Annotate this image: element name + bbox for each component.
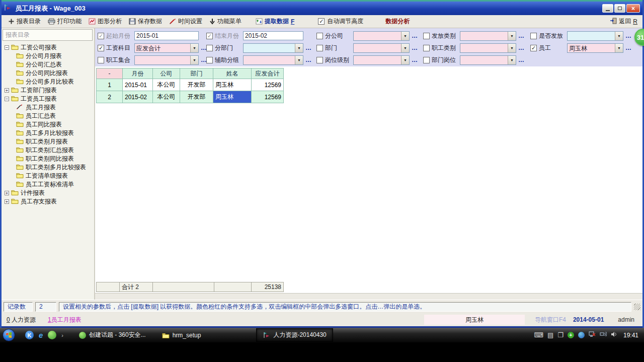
notes-icon[interactable]: ▤ (547, 331, 553, 339)
filter-checkbox[interactable]: ✓ (206, 33, 213, 39)
wireless-signal-icon[interactable] (600, 331, 607, 339)
filter-dropdown[interactable]: ▼ (353, 55, 410, 65)
volume-icon[interactable] (611, 331, 617, 339)
chevron-down-icon[interactable]: ▼ (295, 56, 303, 64)
filter-dropdown[interactable]: ▼ (353, 43, 410, 53)
filter-checkbox[interactable] (206, 57, 213, 63)
more-button[interactable]: … (201, 44, 206, 51)
filter-dropdown[interactable]: ▼ (460, 43, 516, 53)
resize-grip[interactable] (634, 304, 640, 310)
more-button[interactable]: … (305, 44, 312, 51)
filter-checkbox[interactable] (423, 45, 430, 51)
sidebar-item[interactable]: +工资部门报表 (3, 86, 94, 95)
more-button[interactable]: … (305, 56, 312, 63)
filter-dropdown[interactable]: 周玉林▼ (567, 43, 623, 53)
header-cell[interactable]: 部门 (180, 68, 213, 79)
filter-checkbox[interactable] (206, 45, 213, 51)
chevron-down-icon[interactable]: ▼ (508, 56, 516, 64)
sidebar-item[interactable]: 职工类别月报表 (3, 137, 94, 146)
expand-icon[interactable]: + (5, 199, 9, 204)
sidebar-item[interactable]: +计件报表 (3, 189, 94, 197)
header-cell[interactable]: 公司 (153, 68, 180, 79)
filter-checkbox[interactable] (316, 45, 323, 51)
toolbar-button[interactable]: 保存数据 (125, 16, 166, 27)
more-button[interactable]: … (625, 44, 632, 51)
more-button[interactable]: … (412, 44, 418, 51)
nav-window-shortcut[interactable]: 导航窗口F4 (535, 316, 566, 324)
more-button[interactable]: … (201, 56, 206, 63)
close-button[interactable]: × (626, 4, 640, 13)
expand-icon[interactable]: + (5, 191, 9, 195)
sidebar-item[interactable]: 员工同比报表 (3, 120, 94, 129)
table-cell[interactable]: 周玉林 (213, 91, 252, 103)
row-number-cell[interactable]: 1 (97, 79, 123, 91)
table-cell[interactable]: 开发部 (180, 91, 213, 103)
auto-height-checkbox[interactable]: ✓ (318, 18, 325, 25)
collapse-icon[interactable]: − (5, 45, 9, 50)
table-cell[interactable]: 本公司 (153, 91, 180, 103)
taskbar-clock[interactable]: 19:41 (623, 332, 638, 339)
360-safe-icon[interactable] (578, 332, 585, 338)
taskbar-task-button[interactable]: 创建话题 - 360安全... (72, 329, 152, 341)
table-cell[interactable]: 本公司 (153, 79, 180, 91)
toolbar-button[interactable]: 功能菜单 (206, 16, 245, 27)
filter-dropdown[interactable]: ▼ (243, 43, 303, 53)
more-button[interactable]: … (518, 44, 525, 51)
sidebar-item[interactable]: 分公司同比报表 (3, 69, 94, 78)
table-cell[interactable]: 2015-01 (123, 79, 153, 91)
filter-checkbox[interactable]: ✓ (98, 45, 104, 51)
filter-checkbox[interactable] (316, 33, 323, 39)
filter-checkbox[interactable]: ✓ (98, 33, 104, 39)
chevron-down-icon[interactable]: ▼ (190, 44, 198, 52)
more-button[interactable]: … (518, 32, 525, 39)
table-cell[interactable]: 2015-02 (123, 91, 153, 103)
table-cell[interactable]: 周玉林 (213, 79, 252, 91)
sidebar-item[interactable]: 员工多月比较报表 (3, 129, 94, 137)
sidebar-item[interactable]: +员工存支报表 (3, 197, 94, 206)
filter-dropdown[interactable]: ▼ (353, 31, 410, 41)
toolbar-button[interactable]: 时间设置 (166, 16, 206, 27)
filter-checkbox[interactable] (530, 33, 537, 39)
sidebar-item[interactable]: 员工汇总表 (3, 112, 94, 120)
maximize-button[interactable] (614, 4, 625, 13)
sidebar-item[interactable]: 分公司多月比较表 (3, 78, 94, 86)
auto-height-toggle[interactable]: ✓ 自动调节高度 (318, 17, 363, 26)
chevron-down-icon[interactable]: ▼ (401, 32, 409, 40)
filter-dropdown[interactable]: ▼ (567, 31, 623, 41)
table-cell[interactable]: 12569 (252, 79, 284, 91)
network-error-icon[interactable] (589, 331, 596, 339)
quicklaunch-expand-chevron[interactable]: › (61, 332, 63, 338)
more-button[interactable]: … (625, 32, 632, 39)
chevron-down-icon[interactable]: ▼ (401, 56, 409, 64)
chevron-down-icon[interactable]: ▼ (615, 32, 623, 40)
window-restore-icon[interactable]: ❐ (557, 331, 564, 339)
sidebar-item[interactable]: 职工类别多月比较报表 (3, 163, 94, 172)
chevron-down-icon[interactable]: ▼ (401, 44, 409, 52)
sidebar-item[interactable]: 工资清单级报表 (3, 172, 94, 180)
filter-input[interactable]: 2015-01 (134, 31, 199, 40)
table-cell[interactable]: 12569 (252, 91, 284, 103)
sidebar-item[interactable]: 员工工资标准清单 (3, 180, 94, 189)
chevron-down-icon[interactable]: ▼ (295, 44, 303, 52)
chevron-down-icon[interactable]: ▼ (615, 44, 623, 52)
more-button[interactable]: … (518, 56, 525, 63)
title-bar[interactable]: 员工月报表 - Wage_003 × (2, 2, 642, 15)
minimize-button[interactable] (602, 4, 613, 13)
tab-hr-home[interactable]: 0 人力资源 (7, 316, 36, 324)
header-cell[interactable]: - (97, 68, 123, 79)
filter-input[interactable]: 2015-02 (243, 31, 303, 40)
row-number-cell[interactable]: 2 (97, 91, 123, 103)
sidebar-item[interactable]: 员工月报表 (3, 103, 94, 112)
more-button[interactable]: … (412, 56, 418, 63)
back-button[interactable]: 返回R (610, 17, 639, 26)
filter-dropdown[interactable]: ▼ (460, 55, 516, 65)
start-button[interactable] (3, 329, 15, 341)
quicklaunch-ie-icon[interactable]: e (39, 331, 43, 339)
chevron-down-icon[interactable]: ▼ (190, 56, 198, 64)
filter-checkbox[interactable] (423, 33, 430, 39)
sidebar-item[interactable]: −工资公司报表 (3, 43, 94, 52)
toolbar-button[interactable]: 打印功能 (44, 16, 85, 27)
filter-dropdown[interactable]: ▼ (460, 31, 516, 41)
toolbar-button[interactable]: 报表目录 (5, 16, 44, 27)
filter-dropdown[interactable]: ▼ (134, 55, 199, 65)
